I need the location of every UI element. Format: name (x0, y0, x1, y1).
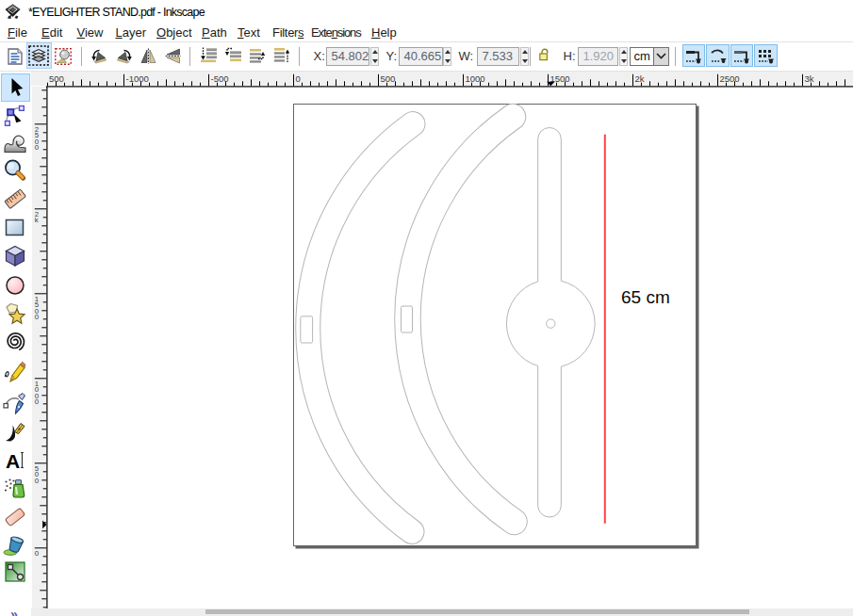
svg-text:0: 0 (34, 142, 39, 151)
svg-text:k: k (34, 216, 38, 224)
svg-text:1000: 1000 (466, 73, 485, 84)
svg-text:0: 0 (34, 476, 39, 484)
svg-text:0: 0 (34, 549, 39, 558)
svg-text:3k: 3k (805, 73, 814, 84)
svg-text:2k: 2k (635, 73, 645, 84)
svg-text:500: 500 (49, 73, 64, 84)
svg-text:A: A (6, 450, 20, 472)
svg-text:-1000: -1000 (126, 73, 149, 84)
svg-text:0: 0 (34, 312, 39, 320)
svg-text:2500: 2500 (720, 73, 740, 84)
svg-text:500: 500 (381, 73, 396, 84)
svg-text:-500: -500 (211, 73, 229, 84)
svg-text:0: 0 (296, 73, 301, 84)
svg-text:0: 0 (34, 397, 39, 405)
